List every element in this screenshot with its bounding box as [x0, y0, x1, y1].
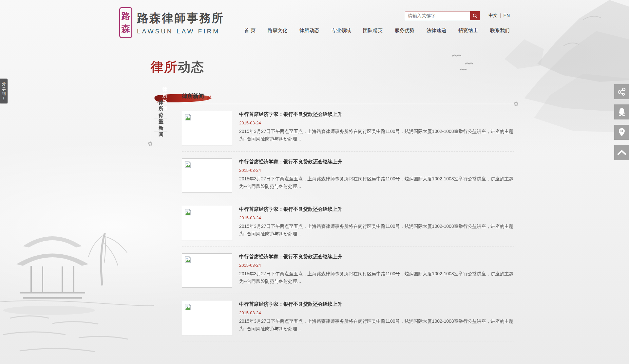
- share-icon: [618, 87, 626, 96]
- broken-image-icon: [184, 114, 192, 121]
- news-thumbnail: [182, 253, 232, 288]
- news-title[interactable]: 中行首席经济学家：银行不良贷款还会继续上升: [239, 111, 514, 118]
- news-thumbnail: [182, 158, 232, 193]
- flower-decoration: ✿: [148, 140, 153, 147]
- sidebar-item-label: 行业新闻: [154, 113, 167, 137]
- flower-decoration: ✿: [514, 100, 519, 107]
- news-list-item[interactable]: 中行首席经济学家：银行不良贷款还会继续上升 2015-03-24 2015年3月…: [182, 294, 514, 341]
- news-list-item[interactable]: 中行首席经济学家：银行不良贷款还会继续上升 2015-03-24 2015年3月…: [182, 104, 514, 152]
- news-thumbnail: [182, 301, 232, 335]
- broken-image-icon: [184, 209, 192, 216]
- search-input[interactable]: [405, 11, 470, 20]
- language-switcher: 中文 | EN: [488, 13, 510, 19]
- search-button[interactable]: [470, 11, 480, 20]
- back-to-top-button[interactable]: [614, 145, 629, 160]
- page-title: 律所动态: [151, 58, 478, 76]
- news-date: 2015-03-24: [239, 120, 514, 125]
- news-date: 2015-03-24: [239, 310, 514, 315]
- news-excerpt: 2015年3月27日下午两点至五点，上海路森律师事务所将在闵行区吴中路1100号…: [239, 223, 514, 237]
- broken-image-icon: [184, 161, 192, 168]
- news-excerpt: 2015年3月27日下午两点至五点，上海路森律师事务所将在闵行区吴中路1100号…: [239, 270, 514, 285]
- nav-item-service[interactable]: 服务优势: [395, 27, 414, 34]
- header: 路 森 路森律師事務所 LAWSUN LAW FIRM: [0, 0, 629, 38]
- lang-zh[interactable]: 中文: [488, 13, 498, 19]
- back-to-top-icon: [617, 150, 626, 155]
- logo-name-en: LAWSUN LAW FIRM: [137, 28, 224, 35]
- news-excerpt: 2015年3月27日下午两点至五点，上海路森律师事务所将在闵行区吴中路1100号…: [239, 128, 514, 142]
- news-title[interactable]: 中行首席经济学家：银行不良贷款还会继续上升: [239, 301, 514, 307]
- news-excerpt: 2015年3月27日下午两点至五点，上海路森律师事务所将在闵行区吴中路1100号…: [239, 175, 514, 190]
- nav-item-news[interactable]: 律所动态: [299, 27, 319, 34]
- location-icon: [618, 128, 626, 137]
- lang-en[interactable]: EN: [504, 13, 510, 19]
- share-to-tab[interactable]: 分 享 到 ⋮: [0, 79, 8, 103]
- news-date: 2015-03-24: [239, 263, 514, 268]
- news-title[interactable]: 中行首席经济学家：银行不良贷款还会继续上升: [239, 206, 514, 212]
- ink-pavilion-art: [0, 194, 154, 364]
- news-thumbnail: [182, 206, 232, 240]
- nav-item-contact[interactable]: 联系我们: [490, 27, 510, 34]
- search-icon: [472, 13, 478, 18]
- lang-separator: |: [500, 13, 501, 19]
- nav-item-home[interactable]: 首 页: [244, 27, 256, 34]
- news-title[interactable]: 中行首席经济学家：银行不良贷款还会继续上升: [239, 159, 514, 165]
- floating-toolbar: [614, 84, 629, 160]
- section-title: 律所新闻 ✿: [182, 92, 514, 104]
- nav-item-practice[interactable]: 专业领域: [331, 27, 351, 34]
- logo[interactable]: 路 森 路森律師事務所 LAWSUN LAW FIRM: [119, 7, 224, 38]
- news-excerpt: 2015年3月27日下午两点至五点，上海路森律师事务所将在闵行区吴中路1100号…: [239, 318, 514, 332]
- news-thumbnail: [182, 111, 232, 145]
- news-list-item[interactable]: 中行首席经济学家：银行不良贷款还会继续上升 2015-03-24 2015年3月…: [182, 152, 514, 199]
- share-button[interactable]: [614, 84, 629, 99]
- sidebar: ✿ 律所新闻 律所公告 行业新闻: [151, 92, 167, 364]
- main-nav: 首 页 路森文化 律所动态 专业领域 团队精英 服务优势 法律速递 招贤纳士 联…: [232, 27, 510, 34]
- news-section: 律所新闻 ✿ 中行首席经济学家：银行不良贷款还会继续上升 2015-03-24: [182, 92, 514, 364]
- news-title[interactable]: 中行首席经济学家：银行不良贷款还会继续上升: [239, 254, 514, 260]
- nav-item-join[interactable]: 招贤纳士: [458, 27, 478, 34]
- logo-seal-icon: 路 森: [119, 7, 132, 38]
- news-list-item[interactable]: 中行首席经济学家：银行不良贷款还会继续上升 2015-03-24 2015年3月…: [182, 246, 514, 294]
- news-list-item[interactable]: 中行首席经济学家：银行不良贷款还会继续上升 2015-03-24 2015年3月…: [182, 199, 514, 246]
- qq-contact-button[interactable]: [614, 104, 629, 119]
- sidebar-divider-line: [151, 94, 151, 140]
- nav-item-team[interactable]: 团队精英: [363, 27, 383, 34]
- nav-item-culture[interactable]: 路森文化: [268, 27, 287, 34]
- broken-image-icon: [184, 256, 192, 263]
- nav-item-express[interactable]: 法律速递: [427, 27, 446, 34]
- qq-icon: [618, 107, 626, 117]
- sidebar-item-industry-news[interactable]: 行业新闻: [154, 118, 167, 132]
- broken-image-icon: [184, 303, 192, 311]
- news-date: 2015-03-24: [239, 168, 514, 173]
- location-button[interactable]: [614, 125, 629, 140]
- search-box: [405, 11, 480, 20]
- logo-name-cn: 路森律師事務所: [137, 10, 224, 26]
- news-date: 2015-03-24: [239, 215, 514, 220]
